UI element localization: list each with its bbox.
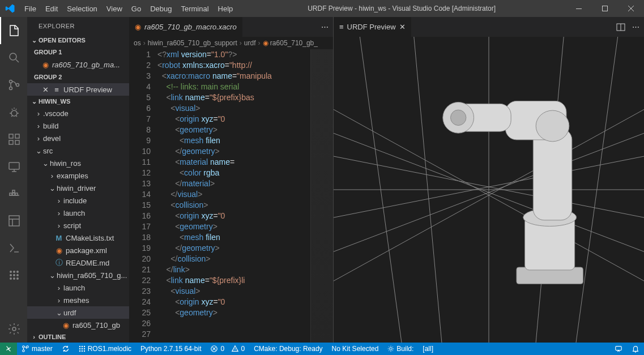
- tree-item[interactable]: ›launch: [27, 207, 129, 219]
- status-sync[interactable]: [57, 343, 74, 355]
- svg-point-22: [16, 274, 19, 276]
- svg-point-48: [536, 110, 569, 142]
- menu-terminal[interactable]: Terminal: [176, 0, 213, 17]
- breadcrumb-item[interactable]: ra605_710_gb_: [270, 39, 318, 47]
- menu-debug[interactable]: Debug: [146, 0, 176, 17]
- svg-point-2: [10, 53, 16, 60]
- status-cmake[interactable]: CMake: Debug: Ready: [249, 343, 327, 355]
- svg-point-58: [79, 350, 80, 352]
- activity-scm-icon[interactable]: [0, 71, 27, 99]
- open-editors-section[interactable]: ⌄OPEN EDITORS: [27, 35, 129, 46]
- svg-point-55: [79, 348, 80, 349]
- tree-item[interactable]: ›include: [27, 194, 129, 207]
- status-kit[interactable]: No Kit Selected: [327, 343, 383, 355]
- svg-point-57: [83, 348, 84, 349]
- tree-item[interactable]: ⌄hiwin_ra605_710_g...: [27, 269, 129, 281]
- tree-item-label: build: [43, 122, 58, 130]
- status-problems[interactable]: 0 0: [206, 343, 249, 355]
- status-bell-icon[interactable]: [627, 343, 644, 355]
- status-build[interactable]: Build:: [383, 343, 418, 355]
- activity-extensions-icon[interactable]: [0, 126, 27, 153]
- menu-help[interactable]: Help: [214, 0, 238, 17]
- breadcrumb-item[interactable]: os: [134, 39, 141, 47]
- svg-point-62: [390, 348, 393, 350]
- tree-item[interactable]: ›build: [27, 119, 129, 132]
- menu-selection[interactable]: Selection: [62, 0, 101, 17]
- chevron-right-icon: ›: [54, 284, 63, 292]
- status-branch[interactable]: master: [17, 343, 57, 355]
- svg-rect-7: [9, 134, 13, 138]
- menu-go[interactable]: Go: [127, 0, 146, 17]
- workspace-section[interactable]: ⌄HIWIN_WS: [27, 96, 129, 107]
- more-actions-icon[interactable]: ⋯: [632, 23, 639, 31]
- close-button[interactable]: [618, 0, 644, 17]
- status-python[interactable]: Python 2.7.15 64-bit: [136, 343, 206, 355]
- activity-preview-icon[interactable]: [0, 207, 27, 234]
- tree-item-label: launch: [63, 209, 85, 217]
- status-target[interactable]: [all]: [418, 343, 438, 355]
- tree-item-label: CMakeLists.txt: [66, 234, 114, 242]
- split-editor-icon[interactable]: [616, 23, 625, 32]
- tree-item-label: meshes: [63, 296, 89, 305]
- maximize-button[interactable]: [592, 0, 618, 17]
- breadcrumb-item[interactable]: urdf: [244, 39, 256, 47]
- minimize-button[interactable]: [566, 0, 592, 17]
- activity-settings-icon[interactable]: [0, 315, 27, 343]
- rss-icon: ◉: [41, 60, 50, 69]
- urdf-3d-preview[interactable]: [334, 37, 644, 343]
- tree-item[interactable]: ⌄src: [27, 144, 129, 157]
- activity-terminal-icon[interactable]: [0, 234, 27, 262]
- tree-item-label: README.md: [66, 259, 109, 267]
- code-editor[interactable]: 1234567891011121314151617181920212223242…: [129, 49, 333, 343]
- tree-item[interactable]: ›meshes: [27, 294, 129, 306]
- outline-section[interactable]: ›OUTLINE: [27, 331, 129, 343]
- svg-rect-15: [12, 190, 15, 193]
- activity-ros-icon[interactable]: [0, 262, 27, 289]
- tab-xacro-file[interactable]: ◉ ra605_710_gb_macro.xacro: [129, 17, 243, 37]
- menu-edit[interactable]: Edit: [41, 0, 62, 17]
- file-tree: ›.vscode›build›devel⌄src⌄hiwin_ros›examp…: [27, 107, 129, 331]
- activity-search-icon[interactable]: [0, 44, 27, 71]
- tree-item[interactable]: ›examples: [27, 169, 129, 182]
- tree-item[interactable]: ›devel: [27, 132, 129, 144]
- activity-explorer-icon[interactable]: [0, 17, 27, 44]
- status-build-label: Build:: [396, 345, 413, 353]
- svg-rect-43: [533, 129, 572, 220]
- tree-item[interactable]: ›launch: [27, 281, 129, 294]
- tree-item[interactable]: ⌄urdf: [27, 306, 129, 319]
- more-actions-icon[interactable]: ⋯: [321, 23, 329, 31]
- tree-item-label: launch: [63, 284, 85, 292]
- activity-docker-icon[interactable]: [0, 180, 27, 207]
- chevron-right-icon: ›: [54, 196, 63, 205]
- breadcrumb-item[interactable]: hiwin_ra605_710_gb_support: [148, 39, 237, 47]
- open-editor-file-2[interactable]: ✕ ≡ URDF Preview: [27, 83, 129, 96]
- open-editor-file-1[interactable]: ◉ ra605_710_gb_ma...: [27, 58, 129, 71]
- tab-close-icon[interactable]: ✕: [399, 23, 406, 31]
- close-icon[interactable]: ✕: [41, 85, 50, 94]
- tree-item[interactable]: ›.vscode: [27, 107, 129, 119]
- menu-file[interactable]: File: [20, 0, 41, 17]
- menu-view[interactable]: View: [102, 0, 127, 17]
- tree-item[interactable]: ◉package.xml: [27, 244, 129, 256]
- tree-item-label: ra605_710_gb: [72, 321, 120, 330]
- status-branch-label: master: [32, 345, 53, 353]
- tree-item-label: script: [63, 221, 81, 230]
- tree-item[interactable]: ◉ra605_710_gb: [27, 319, 129, 331]
- tree-item[interactable]: ⓘREADME.md: [27, 256, 129, 269]
- activity-remote-icon[interactable]: [0, 153, 27, 180]
- tree-item[interactable]: ⌄hiwin_ros: [27, 157, 129, 169]
- tree-item[interactable]: ›script: [27, 219, 129, 232]
- status-ros[interactable]: ROS1.melodic: [74, 343, 136, 355]
- remote-indicator[interactable]: [0, 343, 17, 355]
- activity-debug-icon[interactable]: [0, 99, 27, 126]
- tree-item[interactable]: ⌄hiwin_driver: [27, 182, 129, 194]
- svg-point-26: [12, 327, 16, 331]
- ground-grid: [334, 37, 644, 343]
- outline-label: OUTLINE: [39, 333, 66, 340]
- tree-item[interactable]: MCMakeLists.txt: [27, 232, 129, 244]
- code-content[interactable]: <?xml version="1.0"?><robot xmlns:xacro=…: [157, 49, 310, 343]
- breadcrumb[interactable]: os› hiwin_ra605_710_gb_support› urdf› ◉ …: [129, 37, 333, 49]
- tab-urdf-preview[interactable]: ≡ URDF Preview ✕: [334, 17, 412, 37]
- status-feedback-icon[interactable]: [610, 343, 627, 355]
- minimap[interactable]: [310, 49, 333, 343]
